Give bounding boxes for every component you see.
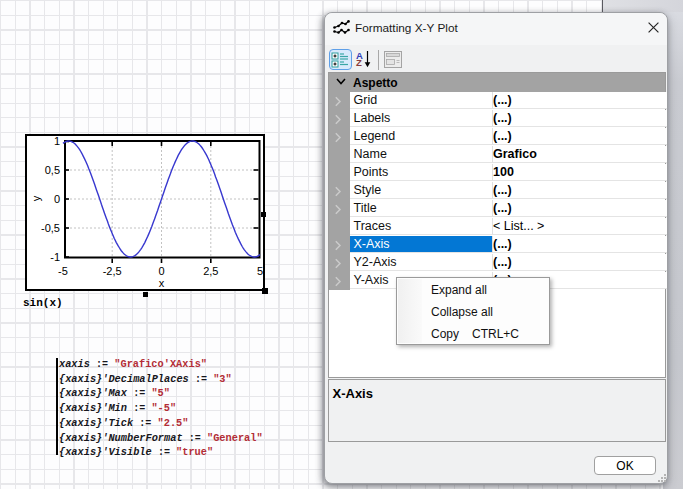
svg-text:Z: Z [356,57,362,68]
